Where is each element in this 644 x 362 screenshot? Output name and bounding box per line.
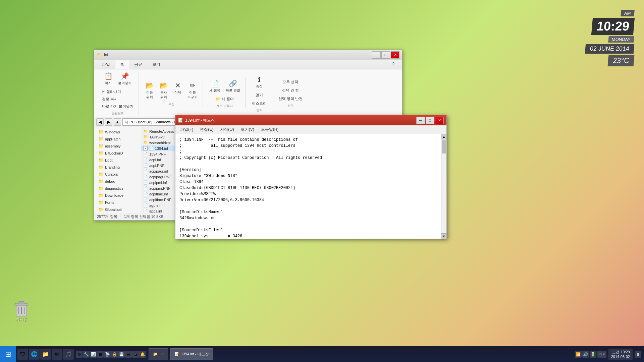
- properties-button[interactable]: ℹ 속성: [253, 74, 266, 90]
- minimize-button[interactable]: ─: [372, 51, 381, 59]
- folder-icon: 📁: [98, 165, 104, 170]
- folder-icon: 📁: [98, 136, 104, 141]
- tray-battery-icon[interactable]: 🔋: [590, 351, 596, 358]
- tray-icons: 📶 🔊 🔋 가 ▾: [575, 351, 606, 358]
- tray-network-icon[interactable]: 📶: [575, 351, 582, 358]
- scroll-thumb[interactable]: [442, 140, 446, 154]
- sidebar-item-globalization[interactable]: 📁Globalizati: [94, 206, 141, 213]
- sidebar-item-branding[interactable]: 📁Branding: [94, 164, 141, 171]
- item-count: 2577개 항목: [97, 214, 117, 219]
- copy-button[interactable]: 📋 복사: [102, 71, 115, 87]
- sidebar-item-debug[interactable]: 📁debug: [94, 178, 141, 185]
- taskbar-icon-10[interactable]: 🔔: [139, 351, 146, 358]
- open-button[interactable]: 열기: [253, 92, 265, 99]
- scroll-track: [441, 139, 446, 233]
- tab-home[interactable]: 홈: [115, 60, 129, 69]
- clock-temp: 23°C: [607, 55, 634, 66]
- folder-icon: 📁: [97, 53, 102, 57]
- taskbar-icon-3[interactable]: 📊: [90, 351, 97, 358]
- new-folder-button[interactable]: 📁새 폴더: [213, 96, 236, 103]
- folder-icon: 📁: [143, 140, 148, 145]
- forward-button[interactable]: ▶: [105, 118, 112, 126]
- menu-help[interactable]: 도움말(H): [258, 126, 282, 133]
- inf-file-icon: 📄: [143, 158, 148, 162]
- history-button[interactable]: 히스토리: [250, 100, 269, 107]
- notepad-maximize-button[interactable]: □: [426, 117, 434, 124]
- sidebar-item-bitlocker[interactable]: 📁BitLockerD: [94, 149, 141, 157]
- help-button[interactable]: ?: [387, 60, 399, 69]
- paste-button[interactable]: 📌 붙여넣기: [116, 71, 134, 87]
- taskbar-icon-5[interactable]: 📡: [104, 351, 111, 358]
- taskbar: ⊞ 🛡 🌐 📁 ✉ 🎵 ⚙ 🔧 📊 🖥 📡 🔒 💾 🖨 📱 🔔 📁 inf: [0, 346, 644, 362]
- recycle-bin-icon: [13, 299, 30, 317]
- maximize-button[interactable]: □: [381, 51, 390, 59]
- move-to-button[interactable]: 📂 이동위치: [143, 80, 156, 101]
- sidebar-item-apppatch[interactable]: 📁appPatch: [94, 135, 141, 142]
- rename-button[interactable]: ✏ 이름바꾸기: [185, 80, 200, 101]
- inf-file-icon: 📄: [143, 180, 148, 185]
- show-desktop-button[interactable]: ▮: [635, 351, 641, 358]
- delete-button[interactable]: ✕ 삭제: [171, 80, 184, 101]
- clock-date: 02 JUNE 2014: [585, 44, 635, 54]
- taskbar-app-folder[interactable]: 📁: [40, 349, 51, 360]
- taskbar-explorer-button[interactable]: 📁 inf: [149, 348, 168, 360]
- scroll-down-button[interactable]: ▼: [441, 233, 446, 239]
- select-all-button[interactable]: 모두 선택: [280, 78, 301, 85]
- menu-view[interactable]: 보기(V): [237, 126, 258, 133]
- open-label: 열기: [256, 108, 262, 113]
- taskbar-clock[interactable]: 오전 10:29 2014-06-02: [608, 349, 633, 360]
- notepad-minimize-button[interactable]: ─: [416, 117, 425, 124]
- new-label: 새로 만들기: [217, 104, 233, 108]
- taskbar-icon-4[interactable]: 🖥: [97, 351, 104, 358]
- close-button[interactable]: ✕: [391, 51, 399, 59]
- scroll-up-button[interactable]: ▲: [441, 134, 446, 139]
- checkbox-1394inf[interactable]: ✓: [143, 146, 148, 150]
- quick-connect-button[interactable]: 🔗 빠른 연결: [223, 78, 243, 94]
- copy-to-button[interactable]: 📂 복사위치: [157, 80, 170, 101]
- menu-file[interactable]: 파일(F): [177, 126, 197, 133]
- taskbar-app-ie[interactable]: 🌐: [29, 349, 40, 360]
- menu-edit[interactable]: 편집(E): [197, 126, 217, 133]
- notepad-close-button[interactable]: ✕: [435, 117, 444, 124]
- taskbar-icon-1[interactable]: ⚙: [76, 351, 83, 358]
- start-button[interactable]: ⊞: [0, 346, 16, 362]
- taskbar-app-media[interactable]: 🎵: [63, 349, 74, 360]
- recycle-bin[interactable]: 휴지통: [13, 299, 30, 322]
- sidebar-item-downloads[interactable]: 📁Downloade: [94, 192, 141, 199]
- select-none-button[interactable]: 선택 안 함: [280, 87, 301, 94]
- sidebar-item-cursors[interactable]: 📁Cursors: [94, 171, 141, 178]
- taskbar-icon-2[interactable]: 🔧: [83, 351, 90, 358]
- copy-path-button[interactable]: 경로 복사: [100, 96, 136, 103]
- new-item-button[interactable]: 📄 새 항목: [207, 78, 223, 94]
- sidebar-item-diagnostics[interactable]: 📁diagnostics: [94, 185, 141, 192]
- sidebar-item-boot[interactable]: 📁Boot: [94, 157, 141, 164]
- sidebar-item-fonts[interactable]: 📁Fonts: [94, 199, 141, 206]
- folder-icon: 📁: [98, 186, 104, 191]
- pnf-file-icon: 📄: [143, 175, 148, 179]
- sidebar-item-assembly[interactable]: 📁assembly: [94, 142, 141, 149]
- notepad-content[interactable]: ; 1394.INF -- This file contains descrip…: [175, 134, 441, 239]
- back-button[interactable]: ◀: [96, 118, 104, 126]
- taskbar-icon-7[interactable]: 💾: [118, 351, 125, 358]
- taskbar-app-mail[interactable]: ✉: [52, 349, 62, 360]
- tray-lang-icon[interactable]: 가 ▾: [597, 351, 606, 358]
- invert-selection-button[interactable]: 선택 영역 반전: [276, 95, 305, 102]
- tab-share[interactable]: 공유: [129, 60, 147, 69]
- tab-file[interactable]: 파일: [97, 60, 115, 69]
- taskbar-icon-8[interactable]: 🖨: [125, 351, 132, 358]
- paste-shortcut-button[interactable]: 바로 가기 붙여넣기: [100, 103, 136, 110]
- tray-volume-icon[interactable]: 🔊: [582, 351, 589, 358]
- cut-button[interactable]: ✂잘라내기: [100, 88, 136, 95]
- tab-view[interactable]: 보기: [147, 60, 165, 69]
- notepad-body: ; 1394.INF -- This file contains descrip…: [175, 134, 446, 239]
- taskbar-icon-6[interactable]: 🔒: [111, 351, 118, 358]
- properties-icon: ℹ: [258, 75, 261, 83]
- taskbar-notepad-button[interactable]: 📝 1394.inf - 메모장: [170, 348, 213, 360]
- notepad-window-controls: ─ □ ✕: [416, 117, 444, 124]
- notepad-scrollbar[interactable]: ▲ ▼: [441, 134, 446, 239]
- menu-format[interactable]: 서식(O): [217, 126, 237, 133]
- sidebar-item-windows[interactable]: 📁Windows: [94, 128, 141, 135]
- up-button[interactable]: ▲: [114, 118, 121, 126]
- taskbar-icon-9[interactable]: 📱: [132, 351, 139, 358]
- taskbar-app-security[interactable]: 🛡: [17, 349, 28, 360]
